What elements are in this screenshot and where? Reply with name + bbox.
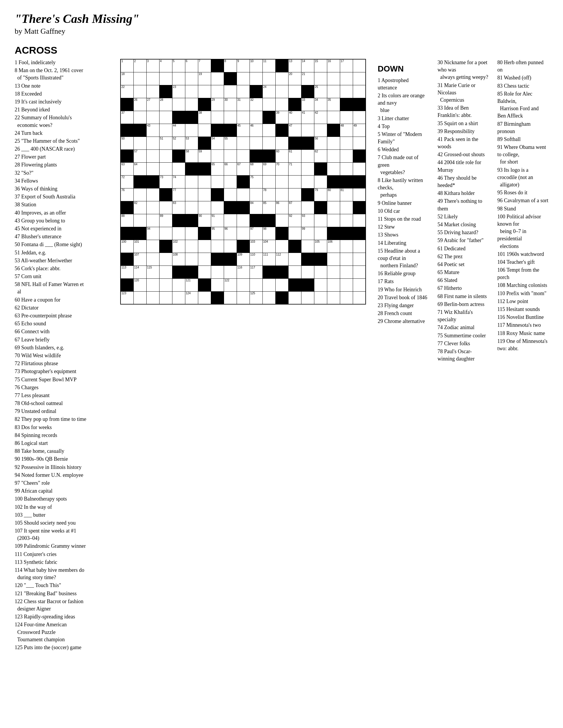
grid-cell-10-15[interactable]: 79 xyxy=(314,188,327,201)
grid-cell-17-11[interactable] xyxy=(262,278,275,291)
grid-cell-8-9[interactable]: 67 xyxy=(236,162,249,175)
grid-cell-10-16[interactable]: 80 xyxy=(327,188,340,201)
grid-cell-11-3[interactable] xyxy=(159,201,172,214)
grid-cell-9-14[interactable] xyxy=(301,175,314,188)
grid-cell-13-15[interactable] xyxy=(314,227,327,240)
grid-cell-15-2[interactable] xyxy=(146,253,159,266)
grid-cell-17-8[interactable]: 122 xyxy=(224,278,236,291)
grid-cell-17-15[interactable] xyxy=(314,278,327,291)
grid-cell-4-18[interactable] xyxy=(353,111,366,124)
grid-cell-11-12[interactable]: 86 xyxy=(275,201,288,214)
grid-cell-6-17[interactable] xyxy=(340,137,353,149)
grid-cell-14-0[interactable]: 100 xyxy=(120,240,133,253)
grid-cell-2-15[interactable]: 25 xyxy=(314,85,327,98)
grid-cell-14-10[interactable]: 103 xyxy=(249,240,262,253)
grid-cell-0-15[interactable]: 15 xyxy=(314,59,327,72)
grid-cell-15-5[interactable] xyxy=(185,253,198,266)
grid-cell-14-8[interactable] xyxy=(224,240,236,253)
grid-cell-12-15[interactable] xyxy=(314,214,327,227)
grid-cell-7-7[interactable] xyxy=(211,149,224,162)
grid-cell-18-6[interactable] xyxy=(198,291,211,304)
grid-cell-9-0[interactable]: 72 xyxy=(120,175,133,188)
grid-cell-17-4[interactable] xyxy=(172,278,185,291)
grid-cell-8-0[interactable]: 63 xyxy=(120,162,133,175)
grid-cell-1-15[interactable] xyxy=(314,72,327,85)
grid-cell-15-16[interactable] xyxy=(327,253,340,266)
grid-cell-4-14[interactable]: 41 xyxy=(301,111,314,124)
grid-cell-2-8[interactable] xyxy=(224,85,236,98)
grid-cell-13-4[interactable] xyxy=(172,227,185,240)
grid-cell-9-15[interactable] xyxy=(314,175,327,188)
grid-cell-7-15[interactable]: 62 xyxy=(314,149,327,162)
grid-cell-18-4[interactable] xyxy=(172,291,185,304)
grid-cell-0-11[interactable]: 11 xyxy=(262,59,275,72)
grid-cell-1-6[interactable]: 19 xyxy=(198,72,211,85)
grid-cell-6-2[interactable] xyxy=(146,137,159,149)
grid-cell-14-1[interactable]: 101 xyxy=(133,240,146,253)
grid-cell-16-9[interactable]: 116 xyxy=(236,266,249,278)
grid-cell-11-2[interactable] xyxy=(146,201,159,214)
grid-cell-14-11[interactable]: 104 xyxy=(262,240,275,253)
grid-cell-2-13[interactable] xyxy=(288,85,301,98)
grid-cell-18-2[interactable] xyxy=(146,291,159,304)
grid-cell-15-6[interactable] xyxy=(198,253,211,266)
grid-cell-0-1[interactable]: 2 xyxy=(133,59,146,72)
grid-cell-6-8[interactable]: 55 xyxy=(224,137,236,149)
grid-cell-7-12[interactable]: 60 xyxy=(275,149,288,162)
grid-cell-14-15[interactable]: 105 xyxy=(314,240,327,253)
grid-cell-4-6[interactable]: 38 xyxy=(198,111,211,124)
grid-cell-14-4[interactable]: 102 xyxy=(172,240,185,253)
grid-cell-3-10[interactable]: 32 xyxy=(249,98,262,111)
grid-cell-6-11[interactable] xyxy=(262,137,275,149)
grid-cell-9-10[interactable]: 75 xyxy=(249,175,262,188)
grid-cell-10-13[interactable] xyxy=(288,188,301,201)
grid-cell-1-7[interactable] xyxy=(211,72,224,85)
grid-cell-16-10[interactable]: 117 xyxy=(249,266,262,278)
grid-cell-0-9[interactable]: 9 xyxy=(236,59,249,72)
grid-cell-1-10[interactable] xyxy=(249,72,262,85)
grid-cell-8-3[interactable] xyxy=(159,162,172,175)
grid-cell-10-6[interactable] xyxy=(198,188,211,201)
grid-cell-7-2[interactable] xyxy=(146,149,159,162)
grid-cell-9-13[interactable] xyxy=(288,175,301,188)
grid-cell-17-9[interactable] xyxy=(236,278,249,291)
grid-cell-12-7[interactable]: 91 xyxy=(211,214,224,227)
grid-cell-0-10[interactable]: 10 xyxy=(249,59,262,72)
grid-cell-13-11[interactable]: 98 xyxy=(262,227,275,240)
grid-cell-18-10[interactable]: 125 xyxy=(249,291,262,304)
grid-cell-10-5[interactable] xyxy=(185,188,198,201)
grid-cell-4-13[interactable]: 40 xyxy=(288,111,301,124)
grid-cell-7-8[interactable] xyxy=(224,149,236,162)
grid-cell-6-0[interactable]: 50 xyxy=(120,137,133,149)
grid-cell-5-11[interactable] xyxy=(262,124,275,137)
grid-cell-16-0[interactable]: 113 xyxy=(120,266,133,278)
grid-cell-3-9[interactable]: 31 xyxy=(236,98,249,111)
grid-cell-6-7[interactable]: 54 xyxy=(211,137,224,149)
grid-cell-7-17[interactable] xyxy=(340,149,353,162)
grid-cell-5-17[interactable]: 48 xyxy=(340,124,353,137)
grid-cell-18-15[interactable] xyxy=(314,291,327,304)
grid-cell-17-2[interactable] xyxy=(146,278,159,291)
grid-cell-18-17[interactable] xyxy=(340,291,353,304)
grid-cell-14-5[interactable] xyxy=(185,240,198,253)
grid-cell-6-5[interactable]: 53 xyxy=(185,137,198,149)
grid-cell-11-6[interactable] xyxy=(198,201,211,214)
grid-cell-5-10[interactable]: 46 xyxy=(249,124,262,137)
grid-cell-4-15[interactable]: 42 xyxy=(314,111,327,124)
grid-cell-5-14[interactable] xyxy=(301,124,314,137)
grid-cell-12-6[interactable]: 90 xyxy=(198,214,211,227)
grid-cell-15-10[interactable]: 110 xyxy=(249,253,262,266)
grid-cell-18-5[interactable]: 124 xyxy=(185,291,198,304)
grid-cell-4-0[interactable]: 37 xyxy=(120,111,133,124)
grid-cell-17-7[interactable] xyxy=(211,278,224,291)
grid-cell-15-13[interactable] xyxy=(288,253,301,266)
grid-cell-5-18[interactable]: 49 xyxy=(353,124,366,137)
grid-cell-1-16[interactable] xyxy=(327,72,340,85)
grid-cell-10-9[interactable] xyxy=(236,188,249,201)
grid-cell-8-8[interactable]: 66 xyxy=(224,162,236,175)
grid-cell-7-14[interactable] xyxy=(301,149,314,162)
grid-cell-17-18[interactable] xyxy=(353,278,366,291)
grid-cell-18-14[interactable] xyxy=(301,291,314,304)
grid-cell-12-12[interactable] xyxy=(275,214,288,227)
grid-cell-9-5[interactable] xyxy=(185,175,198,188)
